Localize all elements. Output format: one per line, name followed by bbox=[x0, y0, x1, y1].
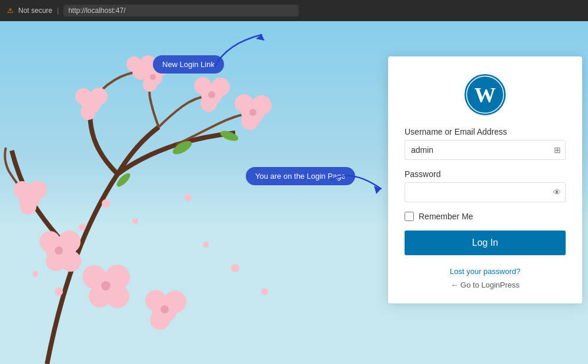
password-label: Password bbox=[405, 169, 566, 179]
svg-point-8 bbox=[143, 78, 157, 92]
password-input-wrapper: 👁 bbox=[405, 182, 566, 202]
svg-point-26 bbox=[60, 251, 81, 272]
svg-point-31 bbox=[20, 198, 36, 215]
login-button[interactable]: Log In bbox=[405, 231, 566, 255]
svg-point-44 bbox=[219, 129, 240, 143]
svg-text:W: W bbox=[475, 84, 496, 107]
wordpress-logo: W bbox=[465, 74, 506, 115]
svg-point-47 bbox=[132, 218, 138, 224]
remember-me-label: Remember Me bbox=[419, 212, 473, 221]
svg-point-52 bbox=[261, 288, 268, 295]
svg-point-27 bbox=[55, 246, 63, 255]
password-input[interactable] bbox=[405, 182, 566, 202]
username-input[interactable] bbox=[405, 140, 566, 160]
username-label: Username or Email Address bbox=[405, 127, 566, 136]
svg-point-3 bbox=[201, 95, 217, 112]
svg-point-50 bbox=[203, 242, 209, 248]
browser-chrome-bar: ⚠ Not secure | http://localhost:47/ bbox=[0, 0, 588, 21]
svg-point-17 bbox=[249, 109, 256, 116]
svg-point-9 bbox=[150, 74, 156, 80]
url-bar[interactable]: http://localhost:47/ bbox=[64, 5, 299, 16]
svg-point-4 bbox=[208, 91, 215, 98]
not-secure-label: Not secure bbox=[18, 6, 52, 15]
not-secure-icon: ⚠ bbox=[7, 6, 14, 15]
svg-point-42 bbox=[161, 305, 169, 313]
forgot-password-link[interactable]: Lost your password? bbox=[405, 267, 566, 276]
wordpress-logo-container: W bbox=[405, 74, 566, 115]
svg-point-53 bbox=[55, 288, 63, 296]
separator: | bbox=[57, 6, 59, 15]
svg-point-49 bbox=[79, 223, 86, 231]
username-icon: ⊞ bbox=[554, 145, 561, 155]
login-panel: W Username or Email Address ⊞ Password 👁… bbox=[388, 56, 582, 303]
svg-point-16 bbox=[241, 112, 259, 130]
arrow-to-address-bar bbox=[209, 32, 279, 73]
svg-point-1 bbox=[194, 77, 212, 95]
username-input-wrapper: ⊞ bbox=[405, 140, 566, 160]
svg-point-37 bbox=[101, 281, 111, 290]
svg-point-46 bbox=[185, 194, 192, 201]
go-to-loginpress-link[interactable]: ← Go to LoginPress bbox=[405, 280, 566, 289]
svg-point-41 bbox=[150, 310, 170, 330]
remember-me-checkbox[interactable] bbox=[405, 212, 414, 221]
password-toggle-icon[interactable]: 👁 bbox=[553, 188, 561, 197]
svg-point-19 bbox=[75, 88, 92, 105]
password-form-group: Password 👁 bbox=[405, 169, 566, 202]
svg-point-30 bbox=[28, 181, 47, 199]
remember-me-row: Remember Me bbox=[405, 212, 566, 221]
svg-point-48 bbox=[102, 199, 110, 208]
main-content: New Login Link You are on the Login Page… bbox=[0, 21, 588, 364]
arrow-to-login-form bbox=[328, 156, 399, 203]
svg-point-11 bbox=[126, 56, 142, 72]
svg-point-20 bbox=[90, 88, 108, 105]
svg-point-21 bbox=[81, 105, 96, 120]
svg-point-54 bbox=[32, 271, 38, 277]
svg-point-51 bbox=[231, 264, 239, 272]
username-form-group: Username or Email Address ⊞ bbox=[405, 127, 566, 160]
